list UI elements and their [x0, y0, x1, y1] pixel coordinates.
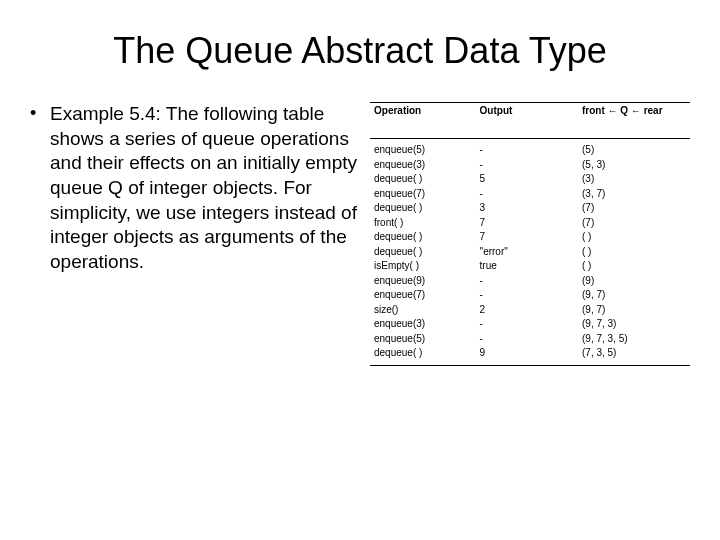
queue-state-value: (7) [582, 201, 690, 216]
operation-value: enqueue(7) [374, 187, 476, 202]
table-body-row: enqueue(5)enqueue(3)dequeue( )enqueue(7)… [370, 139, 690, 366]
left-column: • Example 5.4: The following table shows… [30, 102, 370, 275]
bullet-item: • Example 5.4: The following table shows… [30, 102, 360, 275]
queue-state-value: (7) [582, 216, 690, 231]
bullet-dot-icon: • [30, 102, 50, 275]
operation-value: dequeue( ) [374, 230, 476, 245]
queue-cells: (5)(5, 3)(3)(3, 7)(7)(7)( )( )( )(9)(9, … [578, 139, 690, 366]
bullet-text: Example 5.4: The following table shows a… [50, 102, 360, 275]
operation-value: dequeue( ) [374, 346, 476, 361]
operation-value: enqueue(3) [374, 317, 476, 332]
queue-state-value: ( ) [582, 245, 690, 260]
operation-value: enqueue(5) [374, 332, 476, 347]
output-value: 9 [480, 346, 578, 361]
header-output: Output [476, 103, 578, 139]
operation-value: size() [374, 303, 476, 318]
output-value: true [480, 259, 578, 274]
output-cells: --5-377"error"true--2--9 [476, 139, 578, 366]
operation-value: dequeue( ) [374, 245, 476, 260]
header-queue: front ← Q ← rear [578, 103, 690, 139]
queue-state-value: (9) [582, 274, 690, 289]
output-value: 7 [480, 230, 578, 245]
slide-body: • Example 5.4: The following table shows… [30, 102, 690, 366]
operation-value: isEmpty( ) [374, 259, 476, 274]
output-value: 2 [480, 303, 578, 318]
output-value: - [480, 317, 578, 332]
slide: The Queue Abstract Data Type • Example 5… [0, 0, 720, 540]
output-value: - [480, 187, 578, 202]
operation-value: enqueue(9) [374, 274, 476, 289]
queue-state-value: ( ) [582, 259, 690, 274]
table-header-row: Operation Output front ← Q ← rear [370, 103, 690, 139]
operation-cells: enqueue(5)enqueue(3)dequeue( )enqueue(7)… [370, 139, 476, 366]
queue-state-value: (9, 7, 3, 5) [582, 332, 690, 347]
output-value: - [480, 158, 578, 173]
page-title: The Queue Abstract Data Type [30, 30, 690, 72]
output-value: 3 [480, 201, 578, 216]
output-value: "error" [480, 245, 578, 260]
operation-value: front( ) [374, 216, 476, 231]
header-operation: Operation [370, 103, 476, 139]
operation-value: enqueue(3) [374, 158, 476, 173]
output-value: 7 [480, 216, 578, 231]
right-column: Operation Output front ← Q ← rear enqueu… [370, 102, 690, 366]
output-value: - [480, 143, 578, 158]
output-value: - [480, 274, 578, 289]
queue-state-value: (9, 7, 3) [582, 317, 690, 332]
operation-value: dequeue( ) [374, 201, 476, 216]
output-value: - [480, 332, 578, 347]
queue-state-value: (7, 3, 5) [582, 346, 690, 361]
queue-state-value: ( ) [582, 230, 690, 245]
queue-operations-table: Operation Output front ← Q ← rear enqueu… [370, 102, 690, 366]
output-value: 5 [480, 172, 578, 187]
queue-state-value: (5, 3) [582, 158, 690, 173]
operation-value: enqueue(5) [374, 143, 476, 158]
operation-value: enqueue(7) [374, 288, 476, 303]
output-value: - [480, 288, 578, 303]
queue-state-value: (9, 7) [582, 303, 690, 318]
queue-state-value: (5) [582, 143, 690, 158]
operation-value: dequeue( ) [374, 172, 476, 187]
queue-state-value: (3) [582, 172, 690, 187]
queue-state-value: (3, 7) [582, 187, 690, 202]
queue-state-value: (9, 7) [582, 288, 690, 303]
